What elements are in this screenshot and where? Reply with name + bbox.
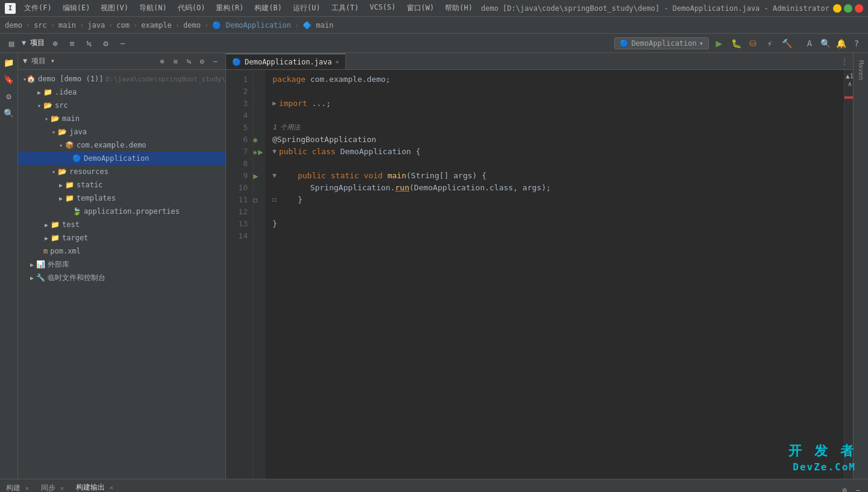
tree-item-target[interactable]: ▶ 📁 target <box>18 231 225 244</box>
editor-tab-demoapp[interactable]: 🔵 DemoApplication.java ✕ <box>226 54 346 69</box>
tree-item-test[interactable]: ▶ 📁 test <box>18 218 225 231</box>
settings-icon[interactable]: ⚙ <box>99 37 112 50</box>
tree-item-main[interactable]: ▾ 📂 main <box>18 112 225 125</box>
menu-help[interactable]: 帮助(H) <box>440 2 477 14</box>
tree-close-icon[interactable]: − <box>210 56 221 67</box>
tree-toggle-static[interactable]: ▶ <box>57 182 65 188</box>
menu-vcs[interactable]: VCS(S) <box>365 2 400 14</box>
bottom-tab-build[interactable]: 构建 ✕ <box>0 480 35 492</box>
run-config-selector[interactable]: 🔵 DemoApplication ▾ <box>614 37 709 49</box>
notifications-icon[interactable]: 🔔 <box>834 37 848 50</box>
project-view-icon[interactable]: ▤ <box>5 37 18 50</box>
tree-item-name-demoapp: DemoApplication <box>84 154 149 163</box>
menu-run[interactable]: 运行(U) <box>288 2 326 14</box>
tree-toggle-templates[interactable]: ▶ <box>57 195 65 202</box>
tree-toggle-src[interactable]: ▾ <box>35 102 43 109</box>
menu-code[interactable]: 代码(O) <box>173 2 210 14</box>
maven-label[interactable]: Maven <box>855 55 867 85</box>
menu-nav[interactable]: 导航(N) <box>134 2 172 14</box>
build-output-tab-close[interactable]: ✕ <box>110 484 113 491</box>
tree-item-demo-root[interactable]: ▾ 🏠 demo [demo (1)] D:\java\code\springB… <box>18 72 225 86</box>
sidebar-bookmark-icon[interactable]: 🔖 <box>2 72 16 87</box>
tree-item-scratch[interactable]: ▶ 🔧 临时文件和控制台 <box>18 271 225 284</box>
bottom-tab-build-output[interactable]: 构建输出 ✕ <box>70 480 119 492</box>
bottom-close-icon[interactable]: − <box>852 485 863 492</box>
search-icon[interactable]: 🔍 <box>819 37 832 50</box>
tree-settings-icon[interactable]: ⚙ <box>197 56 207 67</box>
gutter-5 <box>253 122 265 134</box>
fold-close-icon-11[interactable]: ◻ <box>272 194 277 206</box>
sync-tab-close[interactable]: ✕ <box>60 485 64 491</box>
breadcrumb-demo2[interactable]: demo <box>183 21 201 30</box>
tree-item-templates[interactable]: ▶ 📁 templates <box>18 192 225 205</box>
breadcrumb-method[interactable]: 🔷 main <box>303 21 333 30</box>
minimize-button[interactable] <box>833 4 841 13</box>
fold-icon-9[interactable]: ▼ <box>272 170 277 182</box>
tree-item-java[interactable]: ▾ 📂 java <box>18 125 225 139</box>
tree-new-icon[interactable]: ⊕ <box>157 56 168 67</box>
tree-toggle-libs[interactable]: ▶ <box>28 261 36 268</box>
tree-item-name-libs: 外部库 <box>48 260 69 270</box>
breadcrumb-demoapp[interactable]: 🔵 DemoApplication <box>212 21 291 30</box>
code-area[interactable]: package com.example.demo; ▶ import ...; … <box>265 70 844 479</box>
breadcrumb-src[interactable]: src <box>34 21 47 30</box>
tree-item-pom[interactable]: m pom.xml <box>18 244 225 258</box>
breadcrumb-java[interactable]: java <box>87 21 105 30</box>
collapse-icon[interactable]: ≒ <box>82 37 95 50</box>
tree-toggle-package[interactable]: ▾ <box>57 142 65 149</box>
tab-close-icon[interactable]: ✕ <box>336 58 339 65</box>
new-window-icon[interactable]: ⊕ <box>48 37 61 50</box>
tree-toggle-idea[interactable]: ▶ <box>35 89 43 96</box>
tree-toggle-resources[interactable]: ▾ <box>49 169 58 175</box>
tree-item-demoapp[interactable]: 🔵 DemoApplication <box>18 152 225 165</box>
coverage-button[interactable]: ⛁ <box>746 37 760 50</box>
menu-tools[interactable]: 工具(T) <box>327 2 364 14</box>
breadcrumb-example[interactable]: example <box>141 21 172 30</box>
tree-item-static[interactable]: ▶ 📁 static <box>18 178 225 192</box>
breadcrumb-demo[interactable]: demo <box>5 21 22 30</box>
tree-toggle-scratch[interactable]: ▶ <box>28 275 36 281</box>
build-button[interactable]: 🔨 <box>780 37 793 50</box>
scroll-to-icon[interactable]: ≡ <box>65 37 78 50</box>
menu-build[interactable]: 构建(B) <box>250 2 287 14</box>
run-button[interactable]: ▶ <box>712 37 726 50</box>
menu-view[interactable]: 视图(V) <box>96 2 133 14</box>
tree-toggle-main[interactable]: ▾ <box>42 116 51 122</box>
tree-item-package[interactable]: ▾ 📦 com.example.demo <box>18 139 225 152</box>
menu-file[interactable]: 文件(F) <box>19 2 57 14</box>
tree-item-idea[interactable]: ▶ 📁 .idea <box>18 86 225 99</box>
xml-file-icon: m <box>43 247 48 255</box>
sidebar-structure-icon[interactable]: ⚙ <box>2 89 16 104</box>
menu-window[interactable]: 窗口(W) <box>402 2 439 14</box>
tree-scroll-icon[interactable]: ≡ <box>170 56 181 67</box>
close-panel-icon[interactable]: − <box>116 37 129 50</box>
debug-button[interactable]: 🐛 <box>729 37 743 50</box>
build-tab-close[interactable]: ✕ <box>25 485 29 491</box>
tree-expand-icon[interactable]: ≒ <box>183 56 194 67</box>
sidebar-search-icon[interactable]: 🔍 <box>2 106 16 120</box>
editor-menu-icon[interactable]: ⋮ <box>836 57 853 66</box>
maximize-button[interactable] <box>844 4 852 13</box>
breadcrumb-main[interactable]: main <box>58 21 76 30</box>
tree-item-external-libs[interactable]: ▶ 📊 外部库 <box>18 258 225 271</box>
fold-icon-3[interactable]: ▶ <box>272 98 277 110</box>
tree-item-src[interactable]: ▾ 📂 src <box>18 99 225 112</box>
sidebar-project-icon[interactable]: 📁 <box>2 55 16 70</box>
tree-toggle-target[interactable]: ▶ <box>42 235 51 241</box>
gutter-8 <box>253 158 265 170</box>
tree-toggle-java[interactable]: ▾ <box>49 129 58 135</box>
translate-icon[interactable]: A <box>803 37 816 50</box>
tree-item-resources[interactable]: ▾ 📂 resources <box>18 165 225 178</box>
tree-toggle-test[interactable]: ▶ <box>42 222 51 228</box>
fold-icon-7[interactable]: ▼ <box>272 146 277 158</box>
toolbar: ▤ ▼ 项目 ⊕ ≡ ≒ ⚙ − 🔵 DemoApplication ▾ ▶ 🐛… <box>0 34 868 53</box>
breadcrumb-com[interactable]: com <box>116 21 130 30</box>
bottom-tab-sync[interactable]: 同步 ✕ <box>35 480 70 492</box>
tree-item-appprops[interactable]: 🍃 application.properties <box>18 205 225 218</box>
profile-button[interactable]: ⚡ <box>763 37 776 50</box>
close-button[interactable] <box>855 4 863 13</box>
help-icon[interactable]: ? <box>850 37 863 50</box>
menu-refactor[interactable]: 重构(R) <box>211 2 248 14</box>
bottom-settings-icon[interactable]: ⚙ <box>839 485 850 492</box>
menu-edit[interactable]: 编辑(E) <box>58 2 95 14</box>
